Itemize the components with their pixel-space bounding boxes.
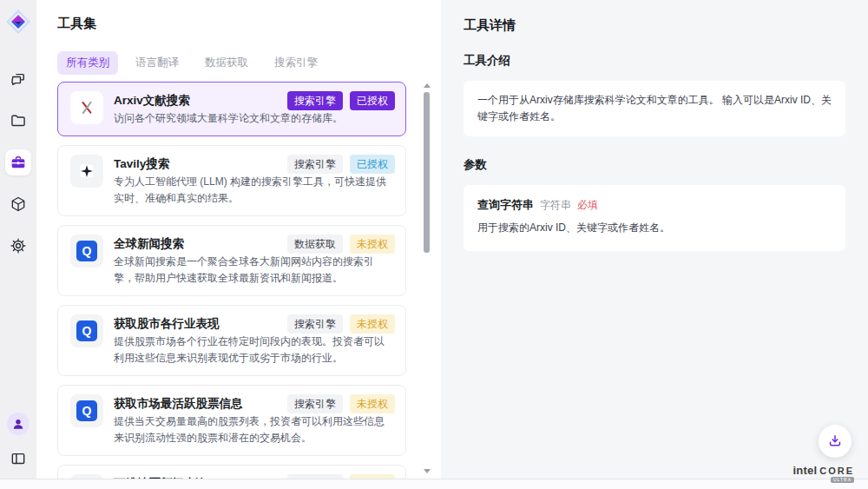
gem-logo-icon xyxy=(5,9,31,35)
param-name: 查询字符串 xyxy=(477,197,534,213)
tool-card-most-active-stocks[interactable]: Q 获取市场最活跃股票信息 提供当天交易量最高的股票列表，投资者可以利用这些信息… xyxy=(57,385,406,456)
tool-card-arxiv[interactable]: Arxiv文献搜索 访问各个研究领域大量科学论文和文章的存储库。 搜索引擎 已授… xyxy=(57,82,406,136)
tool-description: 提供股票市场各个行业在特定时间段内的表现。投资者可以利用这些信息来识别表现优于或… xyxy=(114,334,393,367)
scrollbar-thumb[interactable] xyxy=(424,92,430,253)
auth-status-badge[interactable]: 未授权 xyxy=(350,314,395,334)
sidebar-item-tools[interactable] xyxy=(5,149,31,175)
blue-q-icon: Q xyxy=(70,314,103,347)
blue-q-icon: Q xyxy=(70,235,103,268)
category-badge[interactable]: 搜索引擎 xyxy=(287,314,343,334)
tab-data-fetch[interactable]: 数据获取 xyxy=(196,51,257,75)
app-window: 工具集 所有类别 语言翻译 数据获取 搜索引擎 Arxiv文献搜索 访问各个研究 xyxy=(0,0,868,479)
tool-details-panel: 工具详情 工具介绍 一个用于从Arxiv存储库搜索科学论文和文章的工具。 输入可… xyxy=(441,0,868,479)
user-avatar-icon[interactable] xyxy=(7,413,30,435)
auth-status-badge[interactable]: 未授权 xyxy=(350,394,395,413)
news-doc-icon xyxy=(70,474,103,479)
tool-list-panel: 工具集 所有类别 语言翻译 数据获取 搜索引擎 Arxiv文献搜索 访问各个研究 xyxy=(36,0,441,479)
category-badge[interactable]: 搜索引擎 xyxy=(287,394,343,413)
folder-icon xyxy=(10,112,27,129)
tool-card-regional-news[interactable]: 万维地区新闻查询 查询具体行政区划内的新闻，快速了解各地新闻动 搜索引擎 未授权 xyxy=(57,465,406,479)
arxiv-icon xyxy=(70,91,103,124)
sidebar-item-files[interactable] xyxy=(5,108,31,134)
auth-status-badge[interactable]: 未授权 xyxy=(350,474,395,479)
chat-icon xyxy=(10,70,27,88)
tool-card-tavily[interactable]: Tavily搜索 专为人工智能代理 (LLM) 构建的搜索引擎工具，可快速提供实… xyxy=(57,145,406,216)
category-badge[interactable]: 搜索引擎 xyxy=(287,474,343,479)
scroll-up-arrow-icon[interactable] xyxy=(424,83,431,88)
gear-icon xyxy=(10,237,27,254)
tool-card-sector-performance[interactable]: Q 获取股市各行业表现 提供股票市场各个行业在特定时间段内的表现。投资者可以利用… xyxy=(57,305,406,376)
left-rail xyxy=(0,0,36,479)
tool-description: 访问各个研究领域大量科学论文和文章的存储库。 xyxy=(114,110,393,127)
param-description: 用于搜索的Arxiv ID、关键字或作者姓名。 xyxy=(477,221,832,235)
intel-core-logo: intel CORE ULTRA xyxy=(792,465,854,476)
category-badge[interactable]: 数据获取 xyxy=(287,235,343,254)
page-title: 工具集 xyxy=(57,16,420,32)
sparkle-star-icon xyxy=(70,155,103,188)
sidebar-item-chat[interactable] xyxy=(5,66,31,92)
params-heading: 参数 xyxy=(464,157,845,173)
cube-icon xyxy=(10,195,27,213)
tool-list: Arxiv文献搜索 访问各个研究领域大量科学论文和文章的存储库。 搜索引擎 已授… xyxy=(36,82,441,479)
tool-description: 全球新闻搜索是一个聚合全球各大新闻网站内容的搜索引擎，帮助用户快速获取全球最新资… xyxy=(114,254,393,287)
list-scrollbar[interactable] xyxy=(423,82,430,475)
auth-status-badge[interactable]: 已授权 xyxy=(350,91,395,110)
tool-card-global-news[interactable]: Q 全球新闻搜索 全球新闻搜索是一个聚合全球各大新闻网站内容的搜索引擎，帮助用户… xyxy=(57,225,406,296)
download-button[interactable] xyxy=(819,425,852,458)
category-badge[interactable]: 搜索引擎 xyxy=(287,91,343,110)
ultra-badge: ULTRA xyxy=(831,477,854,483)
intro-heading: 工具介绍 xyxy=(464,53,845,69)
param-card: 查询字符串 字符串 必填 用于搜索的Arxiv ID、关键字或作者姓名。 xyxy=(464,185,845,251)
details-title: 工具详情 xyxy=(464,17,845,34)
sidebar-item-settings[interactable] xyxy=(5,233,31,259)
param-type: 字符串 xyxy=(540,198,571,213)
intel-wordmark: intel xyxy=(792,465,817,476)
tool-description: 提供当天交易量最高的股票列表，投资者可以利用这些信息来识别流动性强的股票和潜在的… xyxy=(114,413,393,446)
intro-card: 一个用于从Arxiv存储库搜索科学论文和文章的工具。 输入可以是Arxiv ID… xyxy=(464,81,845,136)
category-tabs: 所有类别 语言翻译 数据获取 搜索引擎 xyxy=(57,51,420,75)
auth-status-badge[interactable]: 已授权 xyxy=(350,155,395,174)
window-bottom-edge xyxy=(0,479,868,489)
rail-nav xyxy=(5,66,31,259)
tab-translation[interactable]: 语言翻译 xyxy=(127,51,187,75)
collapse-panel-icon[interactable] xyxy=(5,446,31,472)
tab-search-engine[interactable]: 搜索引擎 xyxy=(266,51,326,75)
sidebar-item-models[interactable] xyxy=(5,191,31,217)
tab-all-categories[interactable]: 所有类别 xyxy=(57,51,118,75)
core-wordmark: CORE xyxy=(819,466,854,476)
toolbox-icon xyxy=(10,154,27,171)
blue-q-icon: Q xyxy=(70,394,103,427)
scroll-down-arrow-icon[interactable] xyxy=(424,469,431,473)
tool-description: 专为人工智能代理 (LLM) 构建的搜索引擎工具，可快速提供实时、准确和真实的结… xyxy=(114,174,393,207)
param-required-flag: 必填 xyxy=(577,198,598,213)
category-badge[interactable]: 搜索引擎 xyxy=(287,155,343,174)
download-icon xyxy=(826,433,844,450)
auth-status-badge[interactable]: 未授权 xyxy=(350,235,395,254)
